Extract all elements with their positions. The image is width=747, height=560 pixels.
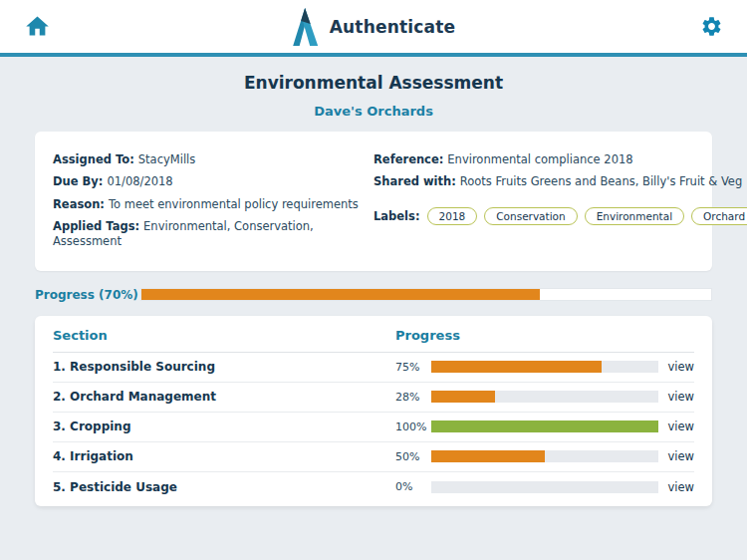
table-row: 4. Irrigation 50% view [53, 442, 694, 472]
overall-progress-track [140, 288, 712, 301]
section-progress-track [431, 481, 658, 493]
section-progress-track [431, 391, 658, 403]
section-name: 5. Pesticide Usage [53, 480, 395, 494]
labels-label: Labels: [374, 209, 420, 223]
due-by-value: 01/08/2018 [107, 174, 172, 188]
details-right-column: Reference:Environmental compliance 2018 … [374, 144, 747, 256]
reason-row: Reason:To meet environmental policy requ… [53, 197, 374, 211]
section-progress-track [431, 420, 658, 432]
label-pill: Orchard [691, 207, 747, 225]
assigned-to-row: Assigned To:StacyMills [53, 152, 374, 166]
view-link[interactable]: view [668, 390, 694, 404]
section-progress-fill [431, 391, 495, 403]
shared-with-value: Roots Fruits Greens and Beans, Billy's F… [460, 174, 742, 188]
reason-label: Reason: [53, 197, 105, 211]
overall-progress-fill [141, 289, 540, 300]
reference-row: Reference:Environmental compliance 2018 [374, 152, 747, 166]
sections-table: Section Progress 1. Responsible Sourcing… [35, 316, 712, 506]
view-link[interactable]: view [668, 420, 694, 433]
section-percent: 75% [395, 361, 431, 374]
section-progress-track [431, 450, 658, 462]
page-subtitle: Dave's Orchards [35, 104, 712, 119]
section-progress-track [431, 361, 658, 373]
home-icon[interactable] [24, 13, 51, 40]
table-row: 2. Orchard Management 28% view [53, 383, 694, 413]
main-content: Environmental Assessment Dave's Orchards… [0, 57, 747, 560]
section-name: 4. Irrigation [53, 449, 395, 463]
label-pill: Conservation [484, 207, 577, 225]
table-row: 1. Responsible Sourcing 75% view [53, 353, 694, 383]
table-header-row: Section Progress [53, 318, 694, 353]
table-row: 5. Pesticide Usage 0% view [53, 472, 694, 502]
authenticate-logo-icon [292, 5, 320, 49]
section-progress-fill [431, 450, 545, 462]
gear-icon[interactable] [700, 15, 723, 38]
reference-value: Environmental compliance 2018 [447, 152, 632, 166]
app-title: Authenticate [330, 17, 456, 37]
due-by-row: Due By:01/08/2018 [53, 174, 374, 188]
overall-progress-row: Progress (70%) [35, 288, 712, 302]
app-logo: Authenticate [292, 5, 456, 49]
reason-value: To meet environmental policy requirement… [109, 197, 359, 211]
section-percent: 50% [395, 450, 431, 463]
details-left-column: Assigned To:StacyMills Due By:01/08/2018… [53, 144, 374, 256]
overall-progress-label: Progress (70%) [35, 288, 140, 302]
section-name: 2. Orchard Management [53, 390, 395, 404]
shared-with-row: Shared with:Roots Fruits Greens and Bean… [374, 174, 747, 188]
section-progress-fill [431, 420, 658, 432]
section-percent: 28% [395, 391, 431, 404]
section-column-header: Section [53, 328, 395, 343]
view-link[interactable]: view [668, 480, 694, 494]
shared-with-label: Shared with: [374, 174, 456, 188]
labels-row: Labels: 2018 Conservation Environmental … [374, 207, 747, 225]
section-name: 1. Responsible Sourcing [53, 360, 395, 374]
applied-tags-row: Applied Tags:Environmental, Conservation… [53, 219, 374, 248]
section-percent: 0% [395, 480, 431, 493]
section-name: 3. Cropping [53, 420, 395, 433]
section-progress-fill [431, 361, 602, 373]
assigned-to-label: Assigned To: [53, 152, 134, 166]
progress-column-header: Progress [395, 328, 694, 343]
assessment-details-card: Assigned To:StacyMills Due By:01/08/2018… [35, 132, 712, 271]
label-pill: Environmental [585, 207, 684, 225]
section-percent: 100% [395, 420, 431, 433]
table-row: 3. Cropping 100% view [53, 413, 694, 442]
view-link[interactable]: view [668, 449, 694, 463]
top-bar: Authenticate [0, 0, 747, 57]
page-title: Environmental Assessment [35, 73, 712, 93]
due-by-label: Due By: [53, 174, 103, 188]
view-link[interactable]: view [668, 360, 694, 374]
applied-tags-label: Applied Tags: [53, 219, 139, 233]
label-pill: 2018 [427, 207, 478, 225]
reference-label: Reference: [374, 152, 443, 166]
assigned-to-value: StacyMills [138, 152, 195, 166]
